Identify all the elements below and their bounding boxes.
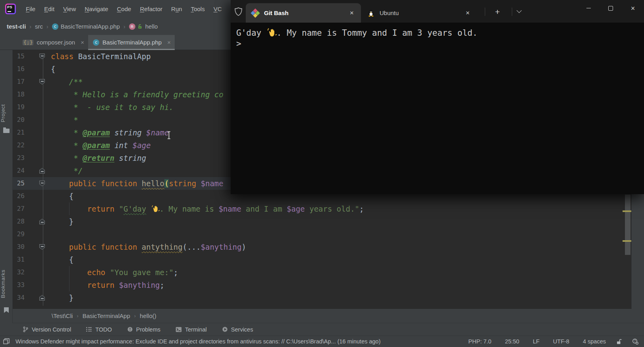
code-line-29: 29 bbox=[13, 228, 623, 241]
menu-item-tools[interactable]: Tools bbox=[187, 3, 209, 15]
code-text: public function antything(...$anything) bbox=[51, 241, 246, 253]
status-encoding[interactable]: UTF-8 bbox=[553, 338, 569, 345]
close-tab-icon[interactable]: × bbox=[81, 39, 84, 46]
fold-column bbox=[25, 164, 51, 177]
status-indent[interactable]: 4 spaces bbox=[583, 338, 606, 345]
status-php-version[interactable]: PHP: 7.0 bbox=[469, 338, 492, 345]
waving-hand-icon bbox=[266, 28, 277, 37]
bookmark-icon[interactable] bbox=[4, 307, 9, 313]
warning-stripe-mark[interactable] bbox=[623, 210, 631, 212]
menu-item-view[interactable]: View bbox=[59, 3, 80, 15]
line-number: 32 bbox=[13, 266, 25, 279]
toolwindow-button-todo[interactable]: TODO bbox=[86, 326, 112, 333]
menu-item-vc[interactable]: VC bbox=[209, 3, 226, 15]
line-number: 34 bbox=[13, 291, 25, 304]
menu-item-file[interactable]: File bbox=[21, 3, 40, 15]
code-line-28: 28 } bbox=[13, 215, 623, 228]
svg-text:?: ? bbox=[634, 339, 636, 343]
code-text: * bbox=[51, 114, 78, 126]
code-text: class BasicTerminalApp bbox=[51, 50, 151, 63]
fold-marker-icon[interactable] bbox=[39, 244, 45, 250]
status-message[interactable]: Windows Defender might impact performanc… bbox=[15, 338, 455, 345]
line-number: 16 bbox=[13, 63, 25, 75]
ubuntu-tux-icon bbox=[367, 9, 375, 17]
line-number: 26 bbox=[13, 190, 25, 202]
terminal-tab-label: Git Bash bbox=[264, 10, 346, 16]
line-number: 17 bbox=[13, 75, 25, 88]
editor-tab[interactable]: cBasicTerminalApp.php× bbox=[88, 35, 175, 50]
terminal-title-bar[interactable]: Git Bash×Ubuntu× + × bbox=[231, 0, 644, 23]
sidebar-item-project[interactable]: Project bbox=[0, 101, 13, 125]
fold-marker-icon[interactable] bbox=[39, 219, 45, 224]
sidebar-item-bookmarks[interactable]: Bookmarks bbox=[0, 266, 13, 301]
status-line-ending[interactable]: LF bbox=[533, 338, 540, 345]
code-text: * @param string $name bbox=[51, 126, 169, 139]
minimize-button[interactable] bbox=[577, 0, 600, 16]
menu-item-run[interactable]: Run bbox=[167, 3, 187, 15]
code-text: echo "You gave me:"; bbox=[51, 266, 178, 279]
code-text: { bbox=[51, 190, 73, 202]
breadcrumb-item[interactable]: cBasicTerminalApp.php bbox=[52, 23, 120, 30]
terminal-output[interactable]: G'day . My name is Tommy and I am 3 year… bbox=[231, 23, 644, 194]
close-tab-icon[interactable]: × bbox=[462, 7, 474, 19]
fold-marker-icon[interactable] bbox=[39, 181, 45, 186]
toolwindow-button-services[interactable]: Services bbox=[222, 326, 253, 333]
fold-column bbox=[25, 266, 51, 279]
tool-window-toggle-icon[interactable] bbox=[3, 338, 10, 345]
code-text: * Hello is a friendly greeting co bbox=[51, 88, 224, 101]
new-tab-button[interactable]: + bbox=[490, 5, 505, 19]
maximize-button[interactable] bbox=[600, 0, 622, 16]
menu-item-refactor[interactable]: Refactor bbox=[135, 3, 167, 15]
terminal-tab-git-bash[interactable]: Git Bash× bbox=[246, 3, 361, 23]
toolwindow-button-problems[interactable]: Problems bbox=[127, 326, 160, 333]
fold-column bbox=[25, 50, 51, 63]
waving-hand-icon bbox=[151, 204, 160, 212]
terminal-tab-label: Ubuntu bbox=[380, 10, 462, 16]
code-line-34: 34 } bbox=[13, 291, 623, 304]
editor-scrollbar-thumb[interactable] bbox=[625, 195, 631, 255]
breadcrumb-item[interactable]: src bbox=[35, 23, 43, 30]
fold-marker-icon[interactable] bbox=[39, 168, 45, 174]
fold-marker-icon[interactable] bbox=[39, 79, 45, 85]
breadcrumb-item[interactable]: mhello bbox=[129, 23, 158, 30]
tab-separator bbox=[512, 8, 512, 16]
shield-icon bbox=[234, 7, 243, 16]
problems-icon bbox=[127, 326, 133, 332]
notifications-gear-icon[interactable]: ? bbox=[632, 338, 638, 345]
close-tab-icon[interactable]: × bbox=[167, 39, 171, 46]
fold-column bbox=[25, 75, 51, 88]
close-window-button[interactable]: × bbox=[622, 0, 644, 16]
line-number: 15 bbox=[13, 50, 25, 63]
code-line-30: 30 public function antything(...$anythin… bbox=[13, 241, 623, 253]
line-number: 22 bbox=[13, 139, 25, 152]
phpstorm-logo-bar bbox=[8, 11, 11, 12]
fold-marker-icon[interactable] bbox=[39, 54, 45, 59]
tab-dropdown-chevron-icon[interactable] bbox=[517, 10, 522, 14]
project-folder-icon[interactable] bbox=[3, 129, 10, 133]
text-cursor bbox=[167, 131, 171, 141]
phpstorm-logo-icon[interactable]: PS bbox=[5, 4, 16, 14]
terminal-tab-ubuntu[interactable]: Ubuntu× bbox=[362, 3, 477, 23]
breadcrumb-item[interactable]: hello() bbox=[140, 312, 156, 319]
menu-item-edit[interactable]: Edit bbox=[40, 3, 59, 15]
fold-column bbox=[25, 215, 51, 228]
toolwindow-button-branch[interactable]: Version Control bbox=[23, 326, 71, 333]
menu-item-navigate[interactable]: Navigate bbox=[80, 3, 112, 15]
git-bash-icon bbox=[251, 9, 259, 17]
terminal-window: Git Bash×Ubuntu× + × G'day . My name is … bbox=[231, 0, 644, 194]
code-text: * @return string bbox=[51, 152, 146, 164]
editor-tab[interactable]: {;}composer.json× bbox=[18, 35, 88, 50]
warning-stripe-mark[interactable] bbox=[623, 240, 631, 242]
breadcrumb-item[interactable]: BasicTerminalApp bbox=[83, 312, 130, 319]
close-tab-icon[interactable]: × bbox=[346, 7, 358, 19]
toolwindow-button-terminal[interactable]: Terminal bbox=[175, 326, 207, 333]
lock-icon[interactable] bbox=[616, 339, 622, 345]
code-text: return "G'day . My name is $name and I a… bbox=[51, 202, 364, 215]
fold-marker-icon[interactable] bbox=[39, 295, 45, 301]
line-number: 27 bbox=[13, 202, 25, 215]
breadcrumb-item[interactable]: \Test\Cli bbox=[52, 312, 73, 319]
menu-item-code[interactable]: Code bbox=[113, 3, 136, 15]
code-line-33: 33 return $anything; bbox=[13, 279, 623, 291]
status-caret-position[interactable]: 25:50 bbox=[505, 338, 519, 345]
breadcrumb-project[interactable]: test-cli bbox=[7, 23, 26, 30]
